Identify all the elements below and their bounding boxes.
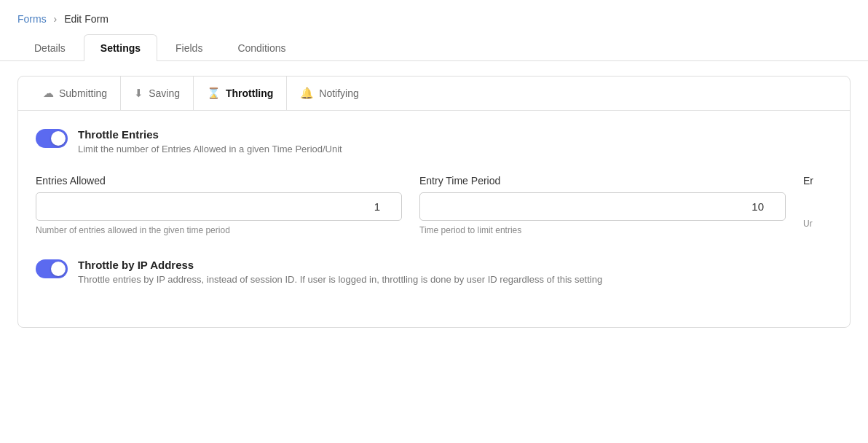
entries-allowed-label: Entries Allowed [36, 175, 402, 187]
toggle-ip-thumb [51, 262, 66, 276]
throttle-entries-desc: Limit the number of Entries Allowed in a… [78, 144, 342, 154]
throttle-entries-toggle[interactable] [36, 129, 68, 148]
sub-tab-saving[interactable]: ⬇ Saving [121, 77, 194, 110]
throttle-ip-toggle[interactable] [36, 259, 68, 278]
settings-card: ☁ Submitting ⬇ Saving ⌛ Throttling 🔔 Not… [17, 76, 851, 328]
throttle-ip-row: Throttle by IP Address Throttle entries … [36, 259, 832, 285]
tab-settings[interactable]: Settings [84, 34, 157, 61]
sub-tab-saving-label: Saving [149, 87, 180, 99]
partial-field-label: Er [803, 175, 832, 187]
main-content: ☁ Submitting ⬇ Saving ⌛ Throttling 🔔 Not… [0, 61, 868, 342]
entry-time-period-label: Entry Time Period [419, 175, 786, 187]
entries-allowed-input[interactable] [36, 192, 402, 221]
card-body: Throttle Entries Limit the number of Ent… [18, 111, 850, 327]
entry-time-period-input[interactable] [419, 192, 786, 221]
sub-tab-notifying-label: Notifying [319, 87, 358, 99]
breadcrumb-separator: › [54, 13, 58, 25]
entry-time-period-group: Entry Time Period Time period to limit e… [419, 175, 786, 235]
toggle-thumb [51, 131, 66, 146]
throttle-ip-desc: Throttle entries by IP address, instead … [78, 274, 602, 285]
sub-tab-submitting-label: Submitting [59, 87, 107, 99]
sub-tab-notifying[interactable]: 🔔 Notifying [287, 77, 371, 110]
saving-icon: ⬇ [134, 87, 143, 100]
tab-details[interactable]: Details [17, 34, 82, 61]
breadcrumb: Forms › Edit Form [0, 0, 868, 34]
throttle-entries-row: Throttle Entries Limit the number of Ent… [36, 128, 832, 154]
tab-conditions[interactable]: Conditions [221, 34, 302, 61]
submitting-icon: ☁ [43, 87, 54, 100]
sub-tab-submitting[interactable]: ☁ Submitting [30, 77, 121, 110]
partial-field-group: Er Ur [803, 175, 832, 235]
sub-tab-throttling-label: Throttling [226, 87, 273, 99]
throttle-entries-label: Throttle Entries [78, 128, 342, 141]
partial-field-hint: Ur [803, 219, 832, 229]
entry-time-period-hint: Time period to limit entries [419, 225, 786, 235]
notifying-icon: 🔔 [300, 87, 314, 100]
throttle-ip-info: Throttle by IP Address Throttle entries … [78, 259, 602, 285]
sub-tab-throttling[interactable]: ⌛ Throttling [194, 77, 287, 110]
sub-tabs: ☁ Submitting ⬇ Saving ⌛ Throttling 🔔 Not… [18, 77, 850, 111]
throttling-icon: ⌛ [207, 87, 221, 100]
throttle-entries-info: Throttle Entries Limit the number of Ent… [78, 128, 342, 154]
entries-allowed-hint: Number of entries allowed in the given t… [36, 225, 402, 235]
throttle-ip-label: Throttle by IP Address [78, 259, 602, 271]
tab-fields[interactable]: Fields [159, 34, 219, 61]
fields-row: Entries Allowed Number of entries allowe… [36, 175, 832, 235]
breadcrumb-current: Edit Form [64, 13, 108, 25]
breadcrumb-link[interactable]: Forms [17, 13, 47, 25]
entries-allowed-group: Entries Allowed Number of entries allowe… [36, 175, 402, 235]
main-tabs: Details Settings Fields Conditions [0, 34, 868, 61]
